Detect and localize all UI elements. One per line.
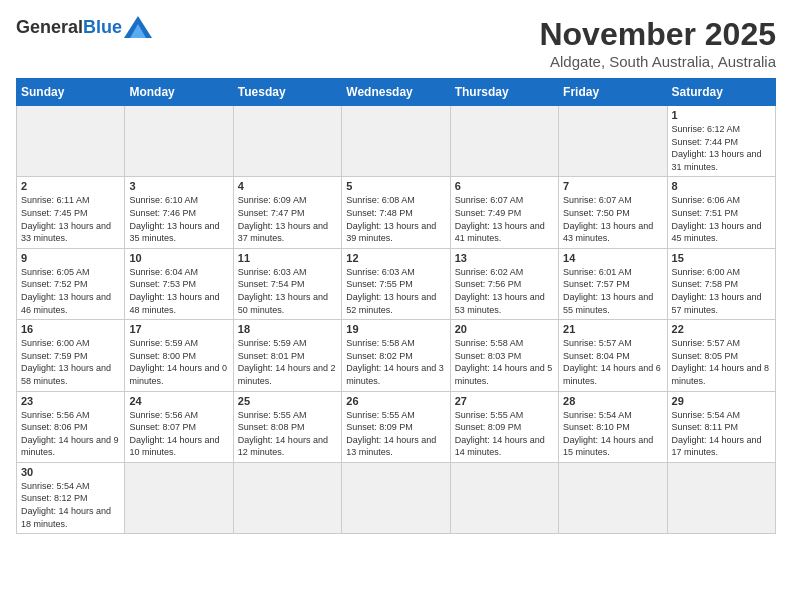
calendar-cell: 29Sunrise: 5:54 AMSunset: 8:11 PMDayligh… bbox=[667, 391, 775, 462]
calendar-cell: 9Sunrise: 6:05 AMSunset: 7:52 PMDaylight… bbox=[17, 248, 125, 319]
day-number: 5 bbox=[346, 180, 445, 192]
calendar-cell: 18Sunrise: 5:59 AMSunset: 8:01 PMDayligh… bbox=[233, 320, 341, 391]
calendar-cell: 28Sunrise: 5:54 AMSunset: 8:10 PMDayligh… bbox=[559, 391, 667, 462]
header-tuesday: Tuesday bbox=[233, 79, 341, 106]
calendar-cell: 14Sunrise: 6:01 AMSunset: 7:57 PMDayligh… bbox=[559, 248, 667, 319]
day-info: Sunrise: 6:01 AMSunset: 7:57 PMDaylight:… bbox=[563, 266, 662, 316]
day-number: 25 bbox=[238, 395, 337, 407]
day-info: Sunrise: 6:04 AMSunset: 7:53 PMDaylight:… bbox=[129, 266, 228, 316]
weekday-header-row: Sunday Monday Tuesday Wednesday Thursday… bbox=[17, 79, 776, 106]
day-info: Sunrise: 6:07 AMSunset: 7:50 PMDaylight:… bbox=[563, 194, 662, 244]
day-info: Sunrise: 5:55 AMSunset: 8:09 PMDaylight:… bbox=[455, 409, 554, 459]
day-number: 3 bbox=[129, 180, 228, 192]
day-number: 18 bbox=[238, 323, 337, 335]
logo-general: General bbox=[16, 17, 83, 38]
calendar-row-2: 9Sunrise: 6:05 AMSunset: 7:52 PMDaylight… bbox=[17, 248, 776, 319]
calendar-cell: 26Sunrise: 5:55 AMSunset: 8:09 PMDayligh… bbox=[342, 391, 450, 462]
header-saturday: Saturday bbox=[667, 79, 775, 106]
calendar-cell bbox=[125, 462, 233, 533]
day-info: Sunrise: 5:56 AMSunset: 8:07 PMDaylight:… bbox=[129, 409, 228, 459]
calendar-cell: 27Sunrise: 5:55 AMSunset: 8:09 PMDayligh… bbox=[450, 391, 558, 462]
calendar-cell: 1Sunrise: 6:12 AMSunset: 7:44 PMDaylight… bbox=[667, 106, 775, 177]
day-number: 27 bbox=[455, 395, 554, 407]
page-header: GeneralBlue November 2025 Aldgate, South… bbox=[16, 16, 776, 70]
calendar-cell: 8Sunrise: 6:06 AMSunset: 7:51 PMDaylight… bbox=[667, 177, 775, 248]
day-number: 1 bbox=[672, 109, 771, 121]
calendar-cell: 6Sunrise: 6:07 AMSunset: 7:49 PMDaylight… bbox=[450, 177, 558, 248]
calendar-cell: 11Sunrise: 6:03 AMSunset: 7:54 PMDayligh… bbox=[233, 248, 341, 319]
logo-blue: Blue bbox=[83, 17, 122, 38]
calendar-row-1: 2Sunrise: 6:11 AMSunset: 7:45 PMDaylight… bbox=[17, 177, 776, 248]
calendar-cell: 25Sunrise: 5:55 AMSunset: 8:08 PMDayligh… bbox=[233, 391, 341, 462]
day-info: Sunrise: 6:00 AMSunset: 7:58 PMDaylight:… bbox=[672, 266, 771, 316]
day-number: 23 bbox=[21, 395, 120, 407]
day-info: Sunrise: 5:57 AMSunset: 8:04 PMDaylight:… bbox=[563, 337, 662, 387]
day-number: 24 bbox=[129, 395, 228, 407]
day-number: 7 bbox=[563, 180, 662, 192]
calendar-cell: 7Sunrise: 6:07 AMSunset: 7:50 PMDaylight… bbox=[559, 177, 667, 248]
day-number: 8 bbox=[672, 180, 771, 192]
calendar-cell bbox=[559, 462, 667, 533]
day-number: 14 bbox=[563, 252, 662, 264]
day-number: 30 bbox=[21, 466, 120, 478]
day-info: Sunrise: 5:55 AMSunset: 8:08 PMDaylight:… bbox=[238, 409, 337, 459]
day-info: Sunrise: 6:05 AMSunset: 7:52 PMDaylight:… bbox=[21, 266, 120, 316]
title-block: November 2025 Aldgate, South Australia, … bbox=[539, 16, 776, 70]
day-info: Sunrise: 6:03 AMSunset: 7:55 PMDaylight:… bbox=[346, 266, 445, 316]
calendar-cell: 22Sunrise: 5:57 AMSunset: 8:05 PMDayligh… bbox=[667, 320, 775, 391]
header-wednesday: Wednesday bbox=[342, 79, 450, 106]
day-info: Sunrise: 5:54 AMSunset: 8:11 PMDaylight:… bbox=[672, 409, 771, 459]
header-thursday: Thursday bbox=[450, 79, 558, 106]
calendar-cell bbox=[233, 106, 341, 177]
day-number: 10 bbox=[129, 252, 228, 264]
day-info: Sunrise: 6:09 AMSunset: 7:47 PMDaylight:… bbox=[238, 194, 337, 244]
day-number: 11 bbox=[238, 252, 337, 264]
calendar-cell: 5Sunrise: 6:08 AMSunset: 7:48 PMDaylight… bbox=[342, 177, 450, 248]
logo: GeneralBlue bbox=[16, 16, 152, 38]
calendar-row-3: 16Sunrise: 6:00 AMSunset: 7:59 PMDayligh… bbox=[17, 320, 776, 391]
day-info: Sunrise: 6:08 AMSunset: 7:48 PMDaylight:… bbox=[346, 194, 445, 244]
calendar-cell: 23Sunrise: 5:56 AMSunset: 8:06 PMDayligh… bbox=[17, 391, 125, 462]
day-info: Sunrise: 6:03 AMSunset: 7:54 PMDaylight:… bbox=[238, 266, 337, 316]
calendar-cell bbox=[342, 462, 450, 533]
calendar-cell: 20Sunrise: 5:58 AMSunset: 8:03 PMDayligh… bbox=[450, 320, 558, 391]
month-title: November 2025 bbox=[539, 16, 776, 53]
calendar-cell bbox=[450, 462, 558, 533]
calendar-cell: 12Sunrise: 6:03 AMSunset: 7:55 PMDayligh… bbox=[342, 248, 450, 319]
calendar-cell: 2Sunrise: 6:11 AMSunset: 7:45 PMDaylight… bbox=[17, 177, 125, 248]
calendar-cell: 19Sunrise: 5:58 AMSunset: 8:02 PMDayligh… bbox=[342, 320, 450, 391]
day-number: 26 bbox=[346, 395, 445, 407]
calendar-row-0: 1Sunrise: 6:12 AMSunset: 7:44 PMDaylight… bbox=[17, 106, 776, 177]
calendar-cell bbox=[450, 106, 558, 177]
day-number: 29 bbox=[672, 395, 771, 407]
calendar-cell bbox=[233, 462, 341, 533]
day-number: 20 bbox=[455, 323, 554, 335]
day-number: 15 bbox=[672, 252, 771, 264]
header-friday: Friday bbox=[559, 79, 667, 106]
calendar-cell: 10Sunrise: 6:04 AMSunset: 7:53 PMDayligh… bbox=[125, 248, 233, 319]
day-info: Sunrise: 5:57 AMSunset: 8:05 PMDaylight:… bbox=[672, 337, 771, 387]
calendar-cell bbox=[559, 106, 667, 177]
day-info: Sunrise: 6:02 AMSunset: 7:56 PMDaylight:… bbox=[455, 266, 554, 316]
day-number: 17 bbox=[129, 323, 228, 335]
calendar-cell bbox=[125, 106, 233, 177]
day-number: 28 bbox=[563, 395, 662, 407]
day-info: Sunrise: 5:54 AMSunset: 8:12 PMDaylight:… bbox=[21, 480, 120, 530]
day-info: Sunrise: 6:06 AMSunset: 7:51 PMDaylight:… bbox=[672, 194, 771, 244]
header-monday: Monday bbox=[125, 79, 233, 106]
day-number: 13 bbox=[455, 252, 554, 264]
calendar-cell: 17Sunrise: 5:59 AMSunset: 8:00 PMDayligh… bbox=[125, 320, 233, 391]
day-info: Sunrise: 5:59 AMSunset: 8:01 PMDaylight:… bbox=[238, 337, 337, 387]
day-info: Sunrise: 6:12 AMSunset: 7:44 PMDaylight:… bbox=[672, 123, 771, 173]
day-info: Sunrise: 5:58 AMSunset: 8:03 PMDaylight:… bbox=[455, 337, 554, 387]
day-number: 16 bbox=[21, 323, 120, 335]
logo-icon bbox=[124, 16, 152, 38]
calendar-row-4: 23Sunrise: 5:56 AMSunset: 8:06 PMDayligh… bbox=[17, 391, 776, 462]
day-info: Sunrise: 6:10 AMSunset: 7:46 PMDaylight:… bbox=[129, 194, 228, 244]
header-sunday: Sunday bbox=[17, 79, 125, 106]
day-number: 21 bbox=[563, 323, 662, 335]
calendar-cell: 24Sunrise: 5:56 AMSunset: 8:07 PMDayligh… bbox=[125, 391, 233, 462]
calendar-cell: 21Sunrise: 5:57 AMSunset: 8:04 PMDayligh… bbox=[559, 320, 667, 391]
location: Aldgate, South Australia, Australia bbox=[539, 53, 776, 70]
calendar-row-5: 30Sunrise: 5:54 AMSunset: 8:12 PMDayligh… bbox=[17, 462, 776, 533]
